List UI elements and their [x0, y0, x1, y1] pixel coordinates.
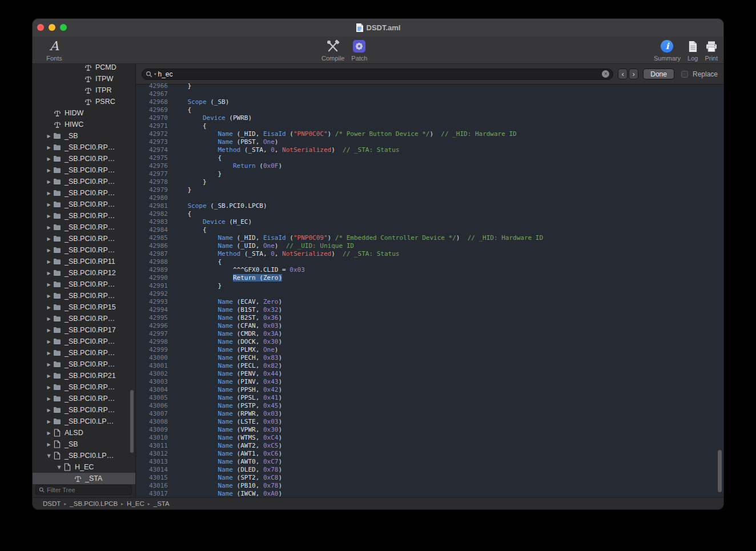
breadcrumb-item[interactable]: _SB.PCI0.LPCB: [70, 500, 118, 507]
find-next-button[interactable]: ›: [629, 69, 638, 79]
sidebar-item-h_ec[interactable]: ▼H_EC: [33, 461, 135, 473]
disclosure-collapsed-icon[interactable]: ▶: [45, 339, 53, 344]
sidebar-item-_sb-pci0-lp[interactable]: ▶_SB.PCI0.LP…: [33, 416, 135, 427]
code-line[interactable]: 42979 }: [136, 186, 723, 194]
code-line[interactable]: 43008 Name (LSTE, 0x03): [136, 418, 723, 426]
code-line[interactable]: 43003 Name (PINV, 0x43): [136, 378, 723, 386]
code-line[interactable]: 42997 Name (CMDR, 0x3A): [136, 330, 723, 338]
search-field[interactable]: ▾ ×: [142, 69, 613, 80]
sidebar-item-_sb-pci0-rp11[interactable]: ▶_SB.PCI0.RP11: [33, 256, 135, 267]
disclosure-collapsed-icon[interactable]: ▶: [45, 305, 53, 310]
code-line[interactable]: 43012 Name (AWT1, 0xC6): [136, 450, 723, 458]
sidebar-item-hiwc[interactable]: HIWC: [33, 119, 135, 130]
disclosure-collapsed-icon[interactable]: ▶: [45, 431, 53, 436]
sidebar-item-_sb[interactable]: ▶_SB: [33, 439, 135, 450]
filter-tree-field[interactable]: [35, 485, 132, 495]
find-previous-button[interactable]: ‹: [618, 69, 628, 79]
code-line[interactable]: 42980: [136, 194, 723, 202]
disclosure-collapsed-icon[interactable]: ▶: [45, 236, 53, 242]
disclosure-expanded-icon[interactable]: ▼: [45, 453, 53, 459]
sidebar-scrollbar[interactable]: [130, 390, 134, 453]
code-line[interactable]: 42969 {: [136, 106, 723, 114]
code-line[interactable]: 42981 Scope (_SB.PCI0.LPCB): [136, 202, 723, 210]
disclosure-collapsed-icon[interactable]: ▶: [45, 362, 53, 367]
sidebar-item-_sb-pci0-rp[interactable]: ▶_SB.PCI0.RP…: [33, 381, 135, 393]
titlebar[interactable]: DSDT.aml: [33, 19, 723, 37]
code-line[interactable]: 42996 Name (CFAN, 0x03): [136, 322, 723, 330]
disclosure-collapsed-icon[interactable]: ▶: [45, 179, 53, 184]
code-line[interactable]: 43004 Name (PPSH, 0x42): [136, 386, 723, 394]
sidebar-item-_sb-pci0-rp17[interactable]: ▶_SB.PCI0.RP17: [33, 324, 135, 336]
sidebar-item-_sb-pci0-rp[interactable]: ▶_SB.PCI0.RP…: [33, 187, 135, 199]
disclosure-collapsed-icon[interactable]: ▶: [45, 373, 53, 379]
code-line[interactable]: 42991 }: [136, 282, 723, 290]
disclosure-collapsed-icon[interactable]: ▶: [45, 419, 53, 424]
code-line[interactable]: 42990 Return (Zero): [136, 274, 723, 282]
sidebar-item-_sb-pci0-rp[interactable]: ▶_SB.PCI0.RP…: [33, 313, 135, 324]
code-line[interactable]: 42986 Name (_UID, One) // _UID: Unique I…: [136, 242, 723, 250]
sidebar-item-_sb-pci0-rp[interactable]: ▶_SB.PCI0.RP…: [33, 233, 135, 244]
code-line[interactable]: 42966 }: [136, 82, 723, 90]
code-line[interactable]: 42968 Scope (_SB): [136, 98, 723, 106]
sidebar-item-hidw[interactable]: HIDW: [33, 107, 135, 119]
sidebar-item-_sb-pci0-rp[interactable]: ▶_SB.PCI0.RP…: [33, 290, 135, 301]
code-line[interactable]: 42987 Method (_STA, 0, NotSerialized) //…: [136, 250, 723, 258]
disclosure-collapsed-icon[interactable]: ▶: [45, 442, 53, 447]
sidebar-item-_sb-pci0-rp[interactable]: ▶_SB.PCI0.RP…: [33, 404, 135, 416]
breadcrumb-item[interactable]: DSDT: [43, 500, 61, 507]
disclosure-collapsed-icon[interactable]: ▶: [45, 134, 53, 139]
disclosure-collapsed-icon[interactable]: ▶: [45, 225, 53, 230]
disclosure-collapsed-icon[interactable]: ▶: [45, 248, 53, 253]
filter-tree-input[interactable]: [47, 486, 128, 493]
code-line[interactable]: 43017 Name (IWCW, 0xA0): [136, 490, 723, 497]
patch-button[interactable]: Patch: [351, 39, 367, 62]
code-line[interactable]: 42974 Method (_STA, 0, NotSerialized) //…: [136, 146, 723, 154]
code-line[interactable]: 43009 Name (VPWR, 0x30): [136, 426, 723, 434]
sidebar-item-pcmd[interactable]: PCMD: [33, 64, 135, 73]
disclosure-collapsed-icon[interactable]: ▶: [45, 156, 53, 162]
sidebar-item-_sb-pci0-rp[interactable]: ▶_SB.PCI0.RP…: [33, 393, 135, 404]
sidebar-item-_sb-pci0-rp[interactable]: ▶_SB.PCI0.RP…: [33, 164, 135, 176]
print-button[interactable]: Print: [705, 39, 718, 62]
disclosure-collapsed-icon[interactable]: ▶: [45, 328, 53, 333]
sidebar-item-itpw[interactable]: ITPW: [33, 73, 135, 85]
code-line[interactable]: 43001 Name (PECL, 0x82): [136, 362, 723, 370]
compile-button[interactable]: Compile: [321, 39, 344, 62]
replace-checkbox[interactable]: [681, 71, 688, 78]
disclosure-collapsed-icon[interactable]: ▶: [45, 293, 53, 299]
code-line[interactable]: 43006 Name (PSTP, 0x45): [136, 402, 723, 410]
editor-scrollbar[interactable]: [718, 450, 722, 492]
code-line[interactable]: 42999 Name (PLMX, One): [136, 346, 723, 354]
done-button[interactable]: Done: [643, 69, 674, 79]
sidebar-item-_sb-pci0-rp[interactable]: ▶_SB.PCI0.RP…: [33, 199, 135, 210]
code-line[interactable]: 42975 {: [136, 154, 723, 162]
code-line[interactable]: 42998 Name (DOCK, 0x30): [136, 338, 723, 346]
disclosure-collapsed-icon[interactable]: ▶: [45, 316, 53, 321]
sidebar-item-_sb-pci0-rp[interactable]: ▶_SB.PCI0.RP…: [33, 359, 135, 370]
code-line[interactable]: 43000 Name (PECH, 0x83): [136, 354, 723, 362]
code-line[interactable]: 43013 Name (AWT0, 0xC7): [136, 458, 723, 466]
code-line[interactable]: 43011 Name (AWT2, 0xC5): [136, 442, 723, 450]
search-options-chevron-icon[interactable]: ▾: [154, 72, 156, 77]
code-line[interactable]: 42971 {: [136, 122, 723, 130]
code-line[interactable]: 43010 Name (WTMS, 0xC4): [136, 434, 723, 442]
sidebar-item-_sb-pci0-rp[interactable]: ▶_SB.PCI0.RP…: [33, 347, 135, 359]
sidebar-item-_sb-pci0-rp15[interactable]: ▶_SB.PCI0.RP15: [33, 301, 135, 313]
disclosure-collapsed-icon[interactable]: ▶: [45, 408, 53, 413]
disclosure-collapsed-icon[interactable]: ▶: [45, 351, 53, 356]
sidebar-item-_sb-pci0-rp[interactable]: ▶_SB.PCI0.RP…: [33, 142, 135, 153]
code-line[interactable]: 43002 Name (PENV, 0x44): [136, 370, 723, 378]
disclosure-collapsed-icon[interactable]: ▶: [45, 282, 53, 287]
breadcrumb-item[interactable]: H_EC: [127, 500, 144, 507]
sidebar-item-alsd[interactable]: ▶ALSD: [33, 427, 135, 439]
code-line[interactable]: 42978 }: [136, 178, 723, 186]
disclosure-collapsed-icon[interactable]: ▶: [45, 259, 53, 264]
code-line[interactable]: 42976 Return (0x0F): [136, 162, 723, 170]
log-button[interactable]: Log: [687, 39, 698, 62]
disclosure-collapsed-icon[interactable]: ▶: [45, 145, 53, 150]
code-line[interactable]: 42972 Name (_HID, EisaId ("PNP0C0C") /* …: [136, 130, 723, 138]
code-line[interactable]: 42994 Name (B1ST, 0x32): [136, 306, 723, 314]
sidebar-item-_sb-pci0-rp12[interactable]: ▶_SB.PCI0.RP12: [33, 267, 135, 279]
sidebar-item-_sb-pci0-rp[interactable]: ▶_SB.PCI0.RP…: [33, 279, 135, 290]
sidebar-item-_sb-pci0-rp[interactable]: ▶_SB.PCI0.RP…: [33, 244, 135, 256]
